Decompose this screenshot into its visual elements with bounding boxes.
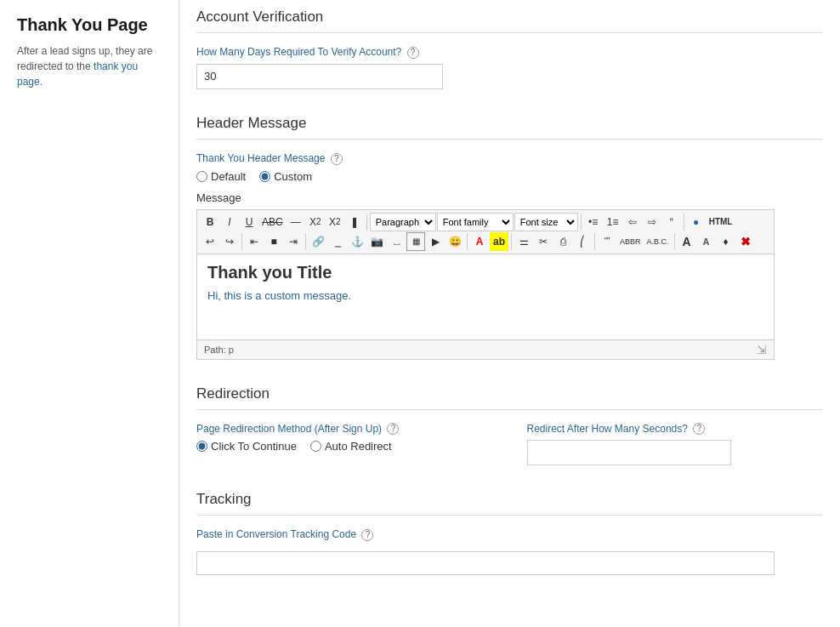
table-button[interactable]: ▦ — [406, 232, 425, 251]
auto-redirect-radio[interactable] — [310, 441, 321, 452]
redo-button[interactable]: ↪ — [220, 232, 239, 251]
method-label: Page Redirection Method (After Sign Up) … — [196, 423, 493, 436]
underline-button[interactable]: U — [240, 213, 258, 231]
header-message-help-icon[interactable]: ? — [331, 153, 343, 165]
undo-button[interactable]: ↩ — [201, 232, 219, 251]
tracking-code-input[interactable] — [196, 551, 775, 575]
path-label: Path: p — [204, 345, 234, 355]
separator-1 — [366, 214, 367, 231]
click-to-continue-radio[interactable] — [196, 441, 207, 452]
eraser-button[interactable]: ⎵ — [387, 232, 406, 251]
toolbar-row-1: B I U ABC — X2 X2 ❚ Paragraph Heading 1 … — [201, 213, 770, 231]
font-color-button[interactable]: A — [470, 232, 489, 251]
account-verification-section: Account Verification How Many Days Requi… — [196, 9, 823, 89]
tracking-title: Tracking — [196, 491, 823, 516]
font-size-select[interactable]: Font size 8pt 10pt 12pt 14pt — [514, 213, 578, 231]
redirection-grid: Page Redirection Method (After Sign Up) … — [196, 423, 823, 466]
globe-button[interactable]: ● — [687, 213, 706, 231]
cut-button[interactable]: ✂ — [534, 232, 553, 251]
blockquote-button[interactable]: ❚ — [345, 213, 364, 231]
editor-title-text: Thank you Title — [207, 263, 763, 282]
page-title: Thank You Page — [17, 15, 162, 35]
method-help-icon[interactable]: ? — [387, 423, 399, 435]
emoji-button[interactable]: 😀 — [446, 232, 464, 251]
paste-button[interactable]: ⎛ — [573, 232, 592, 251]
video-button[interactable]: ▶ — [426, 232, 445, 251]
highlight-button[interactable]: ab — [490, 232, 508, 251]
ordered-list-button[interactable]: 1≡ — [604, 213, 622, 231]
main-content: Account Verification How Many Days Requi… — [179, 0, 840, 627]
font-family-select[interactable]: Font family Arial Times New Roman Courie… — [437, 213, 514, 231]
text-medium-button[interactable]: A — [697, 232, 716, 251]
separator-9 — [674, 233, 675, 250]
text-large-button[interactable]: A — [678, 232, 696, 251]
unlink-button[interactable]: ⎯ — [328, 232, 347, 251]
sidebar-description: After a lead signs up, they are redirect… — [17, 43, 162, 89]
days-label: How Many Days Required To Verify Account… — [196, 46, 823, 59]
thank-you-link[interactable]: thank you page — [17, 60, 138, 88]
tracking-section: Tracking Paste in Conversion Tracking Co… — [196, 491, 823, 575]
click-to-continue-label[interactable]: Click To Continue — [196, 440, 297, 453]
header-message-section: Header Message Thank You Header Message … — [196, 115, 823, 360]
separator-6 — [467, 233, 468, 250]
link-button[interactable]: 🔗 — [309, 232, 327, 251]
redirection-title: Redirection — [196, 385, 823, 410]
align-left-button[interactable]: ⇤ — [245, 232, 264, 251]
separator-7 — [511, 233, 512, 250]
strikethrough-button[interactable]: ABC — [259, 213, 286, 231]
header-message-radio-group: Default Custom — [196, 170, 823, 183]
copy-button[interactable]: ⎙ — [553, 232, 572, 251]
resize-handle[interactable]: ⇲ — [757, 343, 767, 356]
editor-body[interactable]: Thank you Title Hi, this is a custom mes… — [197, 254, 774, 339]
paragraph-select[interactable]: Paragraph Heading 1 Heading 2 Heading 3 — [370, 213, 436, 231]
special-char-button[interactable]: ♦ — [717, 232, 735, 251]
abc-button[interactable]: A.B.C. — [644, 232, 672, 251]
days-input[interactable] — [196, 64, 443, 89]
redirection-section: Redirection Page Redirection Method (Aft… — [196, 385, 823, 466]
anchor-button[interactable]: ⚓ — [348, 232, 366, 251]
superscript-button[interactable]: X2 — [326, 213, 344, 231]
editor-toolbar: B I U ABC — X2 X2 ❚ Paragraph Heading 1 … — [197, 210, 774, 254]
radio-default-label[interactable]: Default — [196, 170, 246, 183]
outdent-button[interactable]: ⇦ — [623, 213, 642, 231]
editor-footer: Path: p ⇲ — [197, 339, 774, 359]
quote-button[interactable]: “” — [598, 232, 616, 251]
image-button[interactable]: 📷 — [367, 232, 386, 251]
redirect-seconds-input[interactable] — [527, 440, 731, 465]
columns-button[interactable]: ⚌ — [514, 232, 533, 251]
remove-format-button[interactable]: ✖ — [736, 232, 755, 251]
separator-8 — [594, 233, 595, 250]
editor-message-text: Hi, this is a custom message. — [207, 289, 763, 302]
radio-custom-label[interactable]: Custom — [259, 170, 312, 183]
header-message-title: Header Message — [196, 115, 823, 140]
separator-3 — [684, 214, 684, 231]
bold-button[interactable]: B — [201, 213, 219, 231]
align-center-button[interactable]: ■ — [264, 232, 283, 251]
separator-2 — [581, 214, 582, 231]
align-right-button[interactable]: ⇥ — [284, 232, 303, 251]
tracking-help-icon[interactable]: ? — [361, 529, 373, 541]
redirect-seconds-col: Redirect After How Many Seconds? ? — [527, 423, 824, 466]
tracking-code-label: Paste in Conversion Tracking Code ? — [196, 528, 823, 541]
subscript-button[interactable]: X2 — [306, 213, 325, 231]
redirect-seconds-help-icon[interactable]: ? — [693, 423, 705, 435]
hr-button[interactable]: — — [287, 213, 305, 231]
separator-4 — [241, 233, 242, 250]
html-button[interactable]: HTML — [707, 213, 735, 231]
redirection-method-col: Page Redirection Method (After Sign Up) … — [196, 423, 493, 462]
indent-button[interactable]: ⇨ — [643, 213, 661, 231]
separator-5 — [305, 233, 306, 250]
days-help-icon[interactable]: ? — [407, 47, 419, 59]
account-verification-title: Account Verification — [196, 9, 823, 33]
blockquote2-button[interactable]: “ — [662, 213, 681, 231]
unordered-list-button[interactable]: •≡ — [584, 213, 603, 231]
abbr-button[interactable]: ABBR — [617, 232, 644, 251]
rich-text-editor: B I U ABC — X2 X2 ❚ Paragraph Heading 1 … — [196, 209, 775, 360]
radio-default[interactable] — [196, 171, 207, 182]
redirection-radio-group: Click To Continue Auto Redirect — [196, 440, 493, 453]
italic-button[interactable]: I — [220, 213, 239, 231]
redirect-seconds-label: Redirect After How Many Seconds? ? — [527, 423, 824, 436]
radio-custom[interactable] — [259, 171, 270, 182]
auto-redirect-label[interactable]: Auto Redirect — [310, 440, 392, 453]
header-message-label: Thank You Header Message ? — [196, 152, 823, 165]
